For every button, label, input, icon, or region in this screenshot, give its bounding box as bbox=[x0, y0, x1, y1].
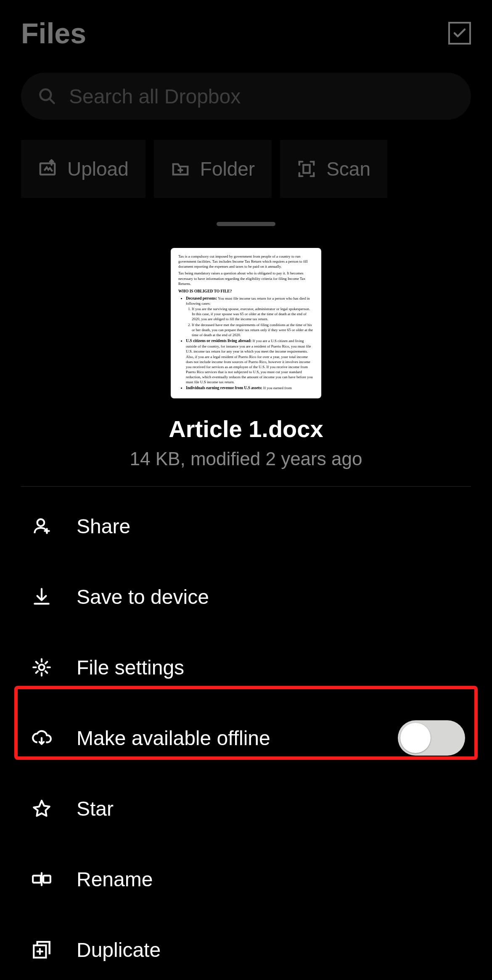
star-icon bbox=[31, 798, 52, 819]
preview-line: Individuals earning revenue from U.S ass… bbox=[186, 385, 314, 391]
preview-line: If the deceased have met the requirement… bbox=[192, 322, 314, 337]
menu-label: Save to device bbox=[77, 585, 209, 609]
preview-heading: WHO IS OBLIGED TO FILE? bbox=[178, 289, 232, 293]
toggle-knob bbox=[400, 723, 431, 753]
offline-toggle[interactable] bbox=[398, 720, 465, 756]
preview-line: Tax is a compulsory cut imposed by gover… bbox=[178, 254, 314, 269]
cloud-download-icon bbox=[31, 727, 52, 748]
download-icon bbox=[31, 586, 52, 607]
preview-line: U.S citizens or residents living abroad:… bbox=[186, 338, 314, 385]
preview-line: Tax being mandatory raises a question ab… bbox=[178, 271, 314, 286]
offline-row[interactable]: Make available offline bbox=[0, 703, 492, 773]
preview-line: Deceased persons: You must file income t… bbox=[186, 296, 314, 338]
menu-label: Share bbox=[77, 515, 130, 538]
preview-line: If you are the surviving spouse, executo… bbox=[192, 306, 314, 321]
duplicate-row[interactable]: Duplicate bbox=[0, 914, 492, 980]
duplicate-icon bbox=[31, 939, 52, 960]
menu-label: Make available offline bbox=[77, 727, 270, 750]
file-settings-row[interactable]: File settings bbox=[0, 632, 492, 703]
file-meta: 14 KB, modified 2 years ago bbox=[0, 448, 492, 469]
share-row[interactable]: Share bbox=[0, 491, 492, 561]
sheet-drag-handle[interactable] bbox=[217, 222, 275, 226]
file-action-sheet: Tax is a compulsory cut imposed by gover… bbox=[0, 214, 492, 980]
share-person-icon bbox=[31, 516, 52, 537]
svg-point-5 bbox=[39, 664, 44, 670]
action-menu: Share Save to device File settings Make … bbox=[0, 491, 492, 980]
svg-rect-7 bbox=[43, 876, 50, 883]
rename-row[interactable]: Rename bbox=[0, 844, 492, 914]
save-device-row[interactable]: Save to device bbox=[0, 561, 492, 632]
menu-label: File settings bbox=[77, 656, 184, 679]
gear-icon bbox=[31, 657, 52, 678]
menu-label: Star bbox=[77, 797, 114, 820]
divider bbox=[21, 486, 471, 487]
menu-label: Duplicate bbox=[77, 938, 161, 962]
rename-icon bbox=[31, 869, 52, 890]
menu-label: Rename bbox=[77, 868, 153, 891]
svg-rect-6 bbox=[33, 876, 41, 883]
file-name: Article 1.docx bbox=[0, 415, 492, 443]
svg-point-4 bbox=[37, 519, 45, 526]
star-row[interactable]: Star bbox=[0, 773, 492, 844]
file-thumbnail[interactable]: Tax is a compulsory cut imposed by gover… bbox=[171, 248, 321, 398]
